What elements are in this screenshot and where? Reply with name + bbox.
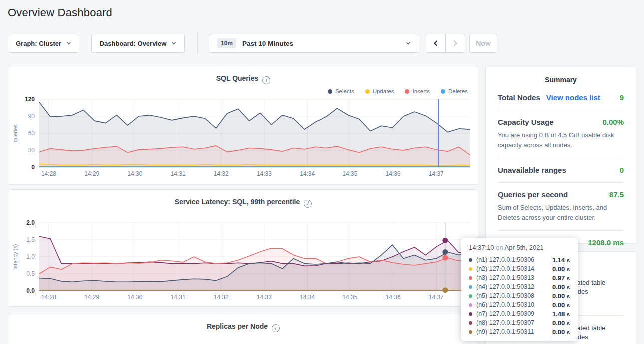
summary-row-label: Total Nodes: [498, 93, 540, 102]
svg-text:1.5: 1.5: [26, 236, 35, 243]
legend-label: Inserts: [412, 88, 430, 94]
tooltip-node-label: (n4) 127.0.0.1:50312: [476, 283, 534, 290]
chevron-down-icon: [406, 41, 411, 46]
svg-text:14:35: 14:35: [342, 294, 357, 301]
legend-item-deletes[interactable]: Deletes: [441, 88, 468, 94]
svg-text:14:32: 14:32: [214, 294, 229, 301]
summary-row-value: 0.00%: [602, 118, 624, 126]
time-now-button[interactable]: Now: [469, 34, 497, 53]
chevron-down-icon: [66, 41, 71, 46]
tooltip-node-label: (n8) 127.0.0.1:50307: [476, 319, 534, 326]
svg-text:14:30: 14:30: [127, 170, 142, 177]
legend-dot-icon: [365, 89, 370, 94]
tooltip-row: (n6) 127.0.0.1:503100.00 s: [469, 300, 570, 309]
tooltip-node-value: 0.97 s: [552, 274, 570, 282]
svg-text:14:35: 14:35: [342, 170, 357, 177]
info-icon[interactable]: i: [262, 76, 270, 84]
summary-rows: Total NodesView nodes list9Capacity Usag…: [486, 86, 636, 255]
tooltip-node-value: 1.48 s: [552, 310, 570, 318]
summary-row-value: 0: [620, 166, 624, 174]
node-color-dot-icon: [469, 303, 472, 307]
svg-text:1.0: 1.0: [26, 253, 35, 260]
sql-queries-title-text: SQL Queries: [216, 74, 259, 82]
replicas-title-text: Replicas per Node: [207, 322, 268, 330]
svg-text:14:30: 14:30: [127, 294, 142, 301]
time-range-label: Past 10 Minutes: [242, 40, 293, 47]
tooltip-node-label: (n6) 127.0.0.1:50310: [476, 301, 534, 308]
node-color-dot-icon: [469, 276, 472, 280]
svg-text:14:29: 14:29: [84, 170, 99, 177]
svg-text:14:36: 14:36: [386, 294, 401, 301]
tooltip-node-label: (n2) 127.0.0.1:50314: [476, 265, 534, 272]
legend-dot-icon: [405, 89, 409, 94]
svg-text:14:33: 14:33: [257, 170, 272, 177]
panel-summary: Summary Total NodesView nodes list9Capac…: [485, 67, 636, 244]
legend-item-updates[interactable]: Updates: [365, 88, 394, 94]
tooltip-on-text: on: [496, 244, 503, 251]
summary-row: Total NodesView nodes list9: [498, 86, 624, 110]
summary-row-label: Unavailable ranges: [498, 166, 566, 174]
svg-text:60: 60: [28, 130, 35, 137]
tooltip-date: Apr 5th, 2021: [505, 244, 544, 251]
tooltip-time: 14:37:10: [469, 244, 494, 251]
panel-replicas-per-node: Replicas per Nodei: [8, 314, 478, 344]
dashboard-dropdown[interactable]: Dashboard: Overview: [91, 34, 185, 53]
tooltip-node-value: 1.14 s: [552, 256, 570, 264]
service-latency-title-text: Service Latency: SQL, 99th percentile: [175, 198, 300, 206]
svg-text:0: 0: [31, 164, 35, 171]
time-prev-button[interactable]: [426, 34, 446, 53]
svg-text:14:37: 14:37: [429, 170, 444, 177]
summary-row-value: 87.5: [609, 190, 624, 199]
tooltip-row: (n2) 127.0.0.1:503140.00 s: [469, 264, 570, 273]
node-color-dot-icon: [469, 267, 472, 271]
legend-label: Deletes: [448, 88, 468, 94]
tooltip-row: (n4) 127.0.0.1:503120.00 s: [469, 282, 570, 291]
graph-dropdown[interactable]: Graph: Cluster: [8, 34, 79, 53]
svg-text:14:28: 14:28: [41, 294, 56, 301]
svg-text:14:34: 14:34: [300, 170, 315, 177]
svg-text:90: 90: [28, 113, 35, 120]
sql-queries-chart[interactable]: 14:2814:2914:3014:3114:3214:3314:3414:35…: [10, 94, 472, 180]
summary-row-label: Capacity Usage: [498, 118, 554, 126]
svg-text:queries: queries: [12, 124, 18, 142]
node-color-dot-icon: [469, 321, 472, 325]
time-range-dropdown[interactable]: 10m Past 10 Minutes: [209, 34, 419, 53]
svg-text:14:36: 14:36: [386, 170, 401, 177]
legend-item-inserts[interactable]: Inserts: [405, 88, 430, 94]
time-next-button[interactable]: [445, 34, 465, 53]
svg-text:14:31: 14:31: [171, 294, 186, 301]
tooltip-timestamp: 14:37:10 on Apr 5th, 2021: [469, 244, 570, 251]
tooltip-row: (n9) 127.0.0.1:503110.00 s: [469, 327, 570, 336]
tooltip-row: (n8) 127.0.0.1:503070.00 s: [469, 318, 570, 327]
tooltip-row: (n3) 127.0.0.1:503130.97 s: [469, 273, 570, 282]
svg-text:14:33: 14:33: [257, 294, 272, 301]
tooltip-row: (n5) 127.0.0.1:503080.00 s: [469, 291, 570, 300]
svg-text:0.5: 0.5: [26, 270, 35, 277]
summary-row-description: You are using 0 B of 4.5 GiB usable disk…: [498, 130, 624, 150]
tooltip-rows: (n1) 127.0.0.1:503061.14 s(n2) 127.0.0.1…: [469, 255, 570, 336]
info-icon[interactable]: i: [272, 324, 280, 332]
chevron-down-icon: [171, 41, 176, 46]
legend-dot-icon: [328, 89, 332, 94]
service-latency-chart[interactable]: 14:2814:2914:3014:3114:3214:3314:3414:35…: [10, 218, 472, 304]
dashboard-dropdown-label: Dashboard: Overview: [100, 40, 167, 47]
legend-item-selects[interactable]: Selects: [328, 88, 354, 94]
legend-label: Selects: [335, 88, 354, 94]
graph-dropdown-label: Graph: Cluster: [16, 40, 61, 47]
node-color-dot-icon: [469, 294, 472, 298]
info-icon[interactable]: i: [304, 200, 312, 208]
service-latency-chart-title: Service Latency: SQL, 99th percentilei: [8, 198, 478, 208]
panel-sql-queries: SQL Queriesi SelectsUpdatesInsertsDelete…: [8, 66, 478, 185]
summary-row: Unavailable ranges0: [498, 158, 624, 182]
node-color-dot-icon: [469, 312, 472, 316]
summary-row-label: Queries per second: [498, 190, 568, 199]
svg-text:latency (s): latency (s): [12, 244, 18, 270]
svg-text:30: 30: [28, 147, 35, 154]
view-nodes-link[interactable]: View nodes list: [546, 93, 600, 102]
legend-dot-icon: [441, 89, 445, 94]
svg-text:14:31: 14:31: [171, 170, 186, 177]
node-color-dot-icon: [469, 285, 472, 289]
tooltip-node-label: (n3) 127.0.0.1:50313: [476, 274, 534, 281]
summary-row-description: Sum of Selects, Updates, Inserts, and De…: [498, 203, 624, 222]
chart-hover-tooltip: 14:37:10 on Apr 5th, 2021 (n1) 127.0.0.1…: [461, 238, 578, 341]
